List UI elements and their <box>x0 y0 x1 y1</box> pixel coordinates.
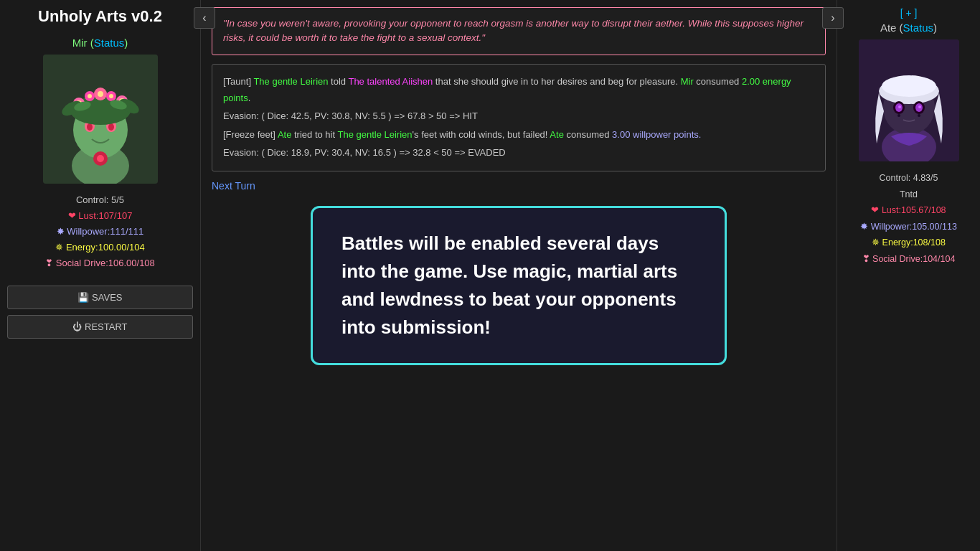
right-player-name-text: Ate <box>880 22 897 34</box>
left-sidebar: Unholy Arts v0.2 Mir (Status) <box>0 0 201 551</box>
log-ate-1: Ate <box>278 129 292 140</box>
battle-notice: Battles will be enabled several days int… <box>311 206 727 365</box>
nav-arrow-left[interactable]: ‹ <box>194 7 215 29</box>
log-line-2: Evasion: ( Dice: 42.5, PV: 30.8, NV: 5.5… <box>223 108 814 124</box>
log-dot1: . <box>248 93 251 103</box>
right-stat-tntd: Tntd <box>860 187 957 203</box>
willpower-value: Willpower:111/111 <box>67 226 143 237</box>
log-aiishen: The talented Aiishen <box>348 76 433 87</box>
stat-lust: ❤ Lust:107/107 <box>45 208 155 224</box>
player-name-left: Mir (Status) <box>72 37 128 49</box>
lust-value: Lust:107/107 <box>78 210 132 221</box>
next-turn-link[interactable]: Next Turn <box>212 180 826 192</box>
player-avatar-svg <box>43 55 158 184</box>
player-name-right: Ate (Status) <box>880 22 937 34</box>
lust-icon: ❤ <box>68 210 76 221</box>
right-stat-energy: ✵ Energy:108/108 <box>860 235 957 251</box>
nav-arrow-right[interactable]: › <box>822 7 844 29</box>
player-avatar-left <box>43 55 158 184</box>
right-avatar-svg <box>859 39 959 161</box>
svg-point-37 <box>897 114 900 117</box>
stat-energy: ✵ Energy:100.00/104 <box>45 240 155 255</box>
right-lust-icon: ❤ <box>871 205 879 215</box>
right-sidebar: [ + ] Ate (Status) <box>837 0 980 551</box>
right-willpower-icon: ✸ <box>860 222 868 232</box>
saves-icon: 💾 <box>77 292 89 303</box>
restart-icon: ⏻ <box>72 321 82 332</box>
main-content: ‹ › "In case you weren't aware, provokin… <box>201 0 837 551</box>
willpower-icon: ✸ <box>57 226 65 237</box>
svg-point-7 <box>108 123 114 131</box>
right-social-value: Social Drive:104/104 <box>872 254 955 264</box>
energy-icon: ✵ <box>55 242 63 253</box>
player-status-link-left[interactable]: Status <box>94 37 125 49</box>
restart-button[interactable]: ⏻ RESTART <box>7 315 193 339</box>
social-icon: ❣ <box>45 258 53 268</box>
log-consumed: consumed <box>694 76 742 87</box>
app-title: Unholy Arts v0.2 <box>38 7 162 26</box>
log-consumed-2: consumed <box>564 129 612 140</box>
svg-point-35 <box>898 105 901 108</box>
log-leirien-2: The gentle Leirien <box>337 129 412 140</box>
log-evasion-2: Evasion: ( Dice: 18.9, PV: 30.4, NV: 16.… <box>223 147 506 158</box>
player-name-text: Mir <box>72 37 88 49</box>
right-social-icon: ❣ <box>862 254 870 264</box>
svg-point-14 <box>98 91 103 97</box>
social-value: Social Drive:106.00/108 <box>56 258 155 268</box>
battle-notice-text: Battles will be enabled several days int… <box>341 230 696 342</box>
svg-point-36 <box>918 105 921 108</box>
log-taunt-prefix: [Taunt] <box>223 76 253 87</box>
log-line-1: [Taunt] The gentle Leirien told The tale… <box>223 73 814 107</box>
right-stat-social: ❣ Social Drive:104/104 <box>860 251 957 268</box>
energy-value: Energy:100.00/104 <box>66 242 145 253</box>
saves-button[interactable]: 💾 SAVES <box>7 286 193 309</box>
right-willpower-value: Willpower:105.00/113 <box>871 222 957 232</box>
battle-log: [Taunt] The gentle Leirien told The tale… <box>212 64 826 172</box>
svg-point-16 <box>109 94 113 98</box>
stat-control: Control: 5/5 <box>45 192 155 208</box>
flavor-text: "In case you weren't aware, provoking yo… <box>223 17 814 46</box>
svg-point-6 <box>87 123 93 131</box>
stat-social: ❣ Social Drive:106.00/108 <box>45 255 155 271</box>
log-desires: that she should give in to her desires a… <box>433 76 680 87</box>
log-line-4: Evasion: ( Dice: 18.9, PV: 30.4, NV: 16.… <box>223 144 814 161</box>
stat-willpower: ✸ Willpower:111/111 <box>45 224 155 240</box>
right-lust-value: Lust:105.67/108 <box>882 205 946 215</box>
log-tried: tried to hit <box>291 129 337 140</box>
player-stats-left: Control: 5/5 ❤ Lust:107/107 ✸ Willpower:… <box>45 192 155 271</box>
restart-label: RESTART <box>85 321 127 332</box>
log-ate-2: Ate <box>550 129 564 140</box>
log-willpower-val: 3.00 willpower points <box>612 129 699 140</box>
sidebar-buttons: 💾 SAVES ⏻ RESTART <box>7 286 193 339</box>
flavor-box: "In case you weren't aware, provoking yo… <box>212 7 826 55</box>
player-avatar-right <box>859 39 959 161</box>
log-freeze-prefix: [Freeze feet] <box>223 129 278 140</box>
player-stats-right: Control: 4.83/5 Tntd ❤ Lust:105.67/108 ✸… <box>860 170 957 267</box>
log-line-3: [Freeze feet] Ate tried to hit The gentl… <box>223 126 814 143</box>
right-stat-willpower: ✸ Willpower:105.00/113 <box>860 219 957 235</box>
right-stat-lust: ❤ Lust:105.67/108 <box>860 202 957 219</box>
log-dot2: . <box>699 129 702 140</box>
log-told: told <box>328 76 348 87</box>
log-leirien: The gentle Leirien <box>253 76 328 87</box>
player-status-link-right[interactable]: Status <box>903 22 934 34</box>
log-mir: Mir <box>681 76 694 87</box>
svg-point-24 <box>97 155 104 162</box>
saves-label: SAVES <box>92 292 122 303</box>
right-energy-icon: ✵ <box>872 237 880 248</box>
right-plus-label: [ + ] <box>900 7 918 19</box>
svg-point-30 <box>882 75 936 97</box>
svg-point-38 <box>918 114 920 117</box>
svg-point-12 <box>88 94 92 98</box>
right-stat-control: Control: 4.83/5 <box>860 170 957 187</box>
log-evasion-1: Evasion: ( Dice: 42.5, PV: 30.8, NV: 5.5… <box>223 110 478 121</box>
log-failed: 's feet with cold winds, but failed! <box>413 129 550 140</box>
right-energy-value: Energy:108/108 <box>882 237 946 248</box>
